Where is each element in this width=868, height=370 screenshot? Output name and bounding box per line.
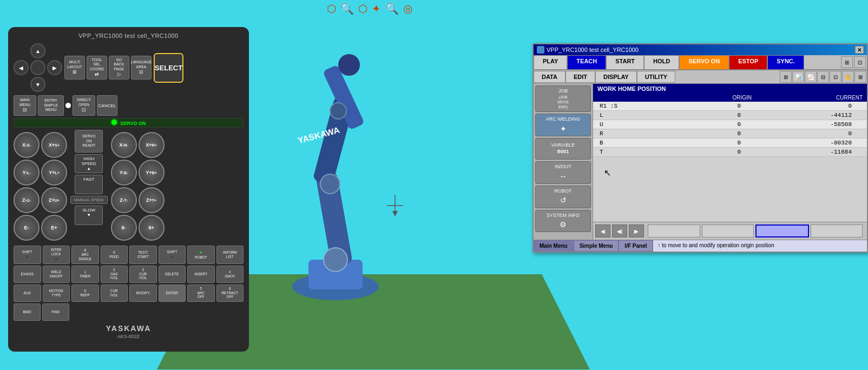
- btn-bwd[interactable]: BWD: [14, 303, 41, 321]
- btn-4smov[interactable]: 4SMOV: [216, 266, 244, 283]
- btn-8p[interactable]: 8+: [139, 215, 165, 241]
- btn-9feed[interactable]: 9FEED: [101, 246, 128, 264]
- cursor-pointer: ↖: [604, 168, 611, 178]
- yrc-close-button[interactable]: ✕: [855, 46, 864, 54]
- btn-high-speed[interactable]: HIGHSPEED▲: [75, 154, 103, 173]
- select-button[interactable]: SELECT: [154, 53, 183, 83]
- btn-1timer[interactable]: 1TIMER: [71, 266, 99, 283]
- btn-5arc[interactable]: 5ARCOFF: [187, 285, 215, 302]
- yrc-toolbar-icon-7[interactable]: ⊞: [854, 71, 866, 83]
- sidebar-btn-robot[interactable]: ROBOT ↺: [535, 186, 591, 208]
- sidebar-btn-variable[interactable]: VARIABLE B001: [535, 138, 591, 160]
- nav-btn-start[interactable]: ◀|: [612, 224, 627, 237]
- btn-xr-p[interactable]: X+R+: [139, 132, 165, 158]
- btn-robot[interactable]: ROBOT: [187, 246, 215, 264]
- btn-yl[interactable]: Y-L-: [14, 160, 40, 186]
- btn-motion-type[interactable]: MOTIONTYPE: [43, 285, 70, 302]
- yrc-toolbar-icon-3[interactable]: 📈: [805, 71, 817, 83]
- robot-arm-svg: YASKAWA: [249, 11, 433, 314]
- btn-em[interactable]: E-: [14, 215, 40, 241]
- btn-main-menu[interactable]: MAIN MENU ⊟: [14, 95, 36, 116]
- btn-slow[interactable]: SLOW▼: [75, 206, 103, 225]
- btn-inform-list[interactable]: INFORMLIST: [216, 246, 244, 264]
- btn-shift-1[interactable]: SHIFT: [14, 246, 41, 264]
- btn-modify[interactable]: MODIFY: [129, 285, 157, 302]
- btn-xs[interactable]: X-S-: [14, 132, 40, 158]
- btn-zu[interactable]: Z-U-: [14, 187, 40, 213]
- btn-xr-m[interactable]: X-R-: [111, 132, 137, 158]
- footer-if-panel[interactable]: I/F Panel: [619, 240, 653, 252]
- btn-language[interactable]: LANGUAGE AREA ⊟: [131, 56, 152, 80]
- tab-estop[interactable]: ESTOP: [729, 55, 767, 69]
- tab2-display[interactable]: DISPLAY: [595, 71, 637, 83]
- btn-weld-onoff[interactable]: WELDON/OFF: [43, 266, 70, 283]
- btn-yb-m[interactable]: Y-B-: [111, 160, 137, 186]
- tab2-edit[interactable]: EDIT: [565, 71, 595, 83]
- yrc-toolbar-icon-4[interactable]: ⊟: [817, 71, 829, 83]
- btn-zp[interactable]: Z+U+: [41, 187, 67, 213]
- btn-interlock[interactable]: INTERLOCK: [43, 246, 70, 264]
- btn-test-start[interactable]: TEST/START: [129, 246, 157, 264]
- dpad-down[interactable]: ▼: [30, 77, 45, 92]
- yrc-toolbar-icon-2[interactable]: 📊: [792, 71, 804, 83]
- btn-xp[interactable]: X+S+: [41, 132, 67, 158]
- btn-fwd[interactable]: FWD: [42, 303, 69, 321]
- btn-cur-vol[interactable]: CUR/VOL: [101, 285, 128, 302]
- btn-zt-p[interactable]: Z+T+: [139, 187, 165, 213]
- tab2-utility[interactable]: UTILITY: [637, 71, 676, 83]
- dpad-up[interactable]: ▲: [30, 43, 45, 58]
- btn-exaxis[interactable]: EXAXIS: [14, 266, 41, 283]
- sidebar-btn-arc-welding[interactable]: ARC WELDING ✦: [535, 114, 591, 136]
- nav-btn-play[interactable]: ▶: [629, 224, 644, 237]
- btn-ep[interactable]: E+: [41, 215, 67, 241]
- tab2-data[interactable]: DATA: [534, 71, 565, 83]
- btn-enter[interactable]: ENTER: [159, 285, 186, 302]
- dpad-right[interactable]: ▶: [47, 60, 62, 75]
- footer-main-menu[interactable]: Main Menu: [534, 240, 574, 252]
- btn-toolsel[interactable]: TOOL SEL COORD ⇄: [87, 56, 107, 80]
- cancel-button[interactable]: CANCEL: [97, 95, 117, 116]
- nav-btn-prev[interactable]: ◀: [595, 224, 610, 237]
- tab-play[interactable]: PLAY: [534, 55, 567, 69]
- yrc-bottom-btns: ◀ ◀| ▶: [593, 222, 867, 240]
- btn-6retract[interactable]: 6RETRACTOFF: [216, 285, 244, 302]
- yrc-toolbar-icon-5[interactable]: ⊡: [830, 71, 841, 83]
- tab-hold[interactable]: HOLD: [644, 55, 679, 69]
- btn-servo-on-ready[interactable]: SERVO ON READY: [75, 130, 103, 153]
- dpad-left[interactable]: ◀: [14, 60, 29, 75]
- btn-8arc[interactable]: 8ARCSINGLE: [71, 246, 99, 264]
- btn-yp[interactable]: Y+L+: [41, 160, 67, 186]
- row-b-label: B: [597, 140, 641, 146]
- btn-group-top: MULTI LAYOUT ⊞ TOOL SEL COORD ⇄ GO BACK …: [64, 56, 152, 80]
- tab-start[interactable]: START: [606, 55, 644, 69]
- btn-3cur[interactable]: 3CUR/VOL: [129, 266, 157, 283]
- btn-8m[interactable]: 8-: [111, 215, 137, 241]
- btn-0refp[interactable]: 0REFP: [71, 285, 99, 302]
- yrc-toolbar-icon-6[interactable]: ✋: [842, 71, 854, 83]
- btn-insert[interactable]: INSERT: [187, 266, 215, 283]
- sidebar-btn-job[interactable]: JOB (JOBMOVEEND): [535, 85, 591, 112]
- yrc-icon-btn-1[interactable]: ⊞: [841, 56, 853, 68]
- btn-fast[interactable]: FAST: [75, 175, 103, 194]
- btn-aux[interactable]: AUX: [14, 285, 41, 302]
- btn-zt-m[interactable]: Z-T-: [111, 187, 137, 213]
- variable-label: VARIABLE: [551, 142, 575, 149]
- btn-delete[interactable]: DELETE: [159, 266, 186, 283]
- btn-goback[interactable]: GO BACK PAGE ▷: [109, 56, 129, 80]
- yrc-toolbar-icon-1[interactable]: ⊞: [780, 71, 792, 83]
- btn-direct-open[interactable]: DIRECT OPEN ⊡: [73, 95, 95, 116]
- btn-multi-layout[interactable]: MULTI LAYOUT ⊞: [64, 56, 85, 80]
- sidebar-btn-inout[interactable]: IN/OUT ↔: [535, 161, 591, 184]
- speed-col: SERVO ON READY HIGHSPEED▲ FAST MANUAL SP…: [70, 130, 108, 243]
- btn-entry-simple[interactable]: ENTRY SIMPLE MENU: [38, 95, 64, 116]
- btn-shift-2[interactable]: SHIFT: [159, 246, 186, 264]
- tab-sync[interactable]: SYNC.: [767, 55, 804, 69]
- btn-2gas[interactable]: 2GAS/VOL: [101, 266, 128, 283]
- tab-servo-on[interactable]: SERVO ON: [679, 55, 729, 69]
- tab-teach[interactable]: TEACH: [567, 55, 606, 69]
- btn-yb-p[interactable]: Y+B+: [139, 160, 165, 186]
- footer-simple-menu[interactable]: Simple Menu: [574, 240, 619, 252]
- yrc-icon-btn-2[interactable]: ⊡: [854, 56, 866, 68]
- sidebar-btn-sysinfo[interactable]: SYSTEM INFO ⚙: [535, 210, 591, 233]
- row-t-current: -11684: [752, 149, 863, 155]
